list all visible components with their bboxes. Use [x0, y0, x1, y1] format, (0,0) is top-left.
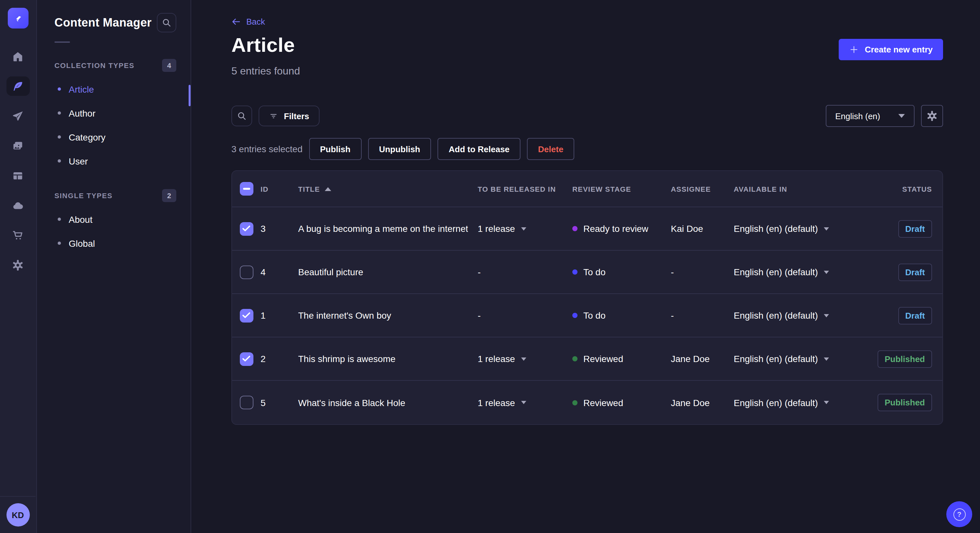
media-library-icon[interactable]: [6, 136, 30, 155]
locale-select[interactable]: English (en): [826, 105, 915, 127]
back-link[interactable]: Back: [231, 17, 265, 27]
table-row[interactable]: 4 Beautiful picture - To do - English (e…: [232, 251, 942, 294]
cell-available-in[interactable]: English (en) (default): [734, 397, 880, 408]
sidebar-item-article[interactable]: Article: [54, 77, 191, 101]
check-icon: [242, 355, 250, 362]
cell-id: 5: [261, 397, 266, 408]
available-in-value: English (en) (default): [734, 224, 818, 234]
cell-released-in[interactable]: 1 release: [478, 354, 572, 364]
content-manager-icon[interactable]: [6, 76, 30, 96]
cell-available-in[interactable]: English (en) (default): [734, 310, 880, 320]
sidebar-section: SINGLE TYPES 2 About Global: [37, 189, 191, 255]
row-checkbox[interactable]: [240, 265, 253, 279]
strapi-logo[interactable]: [8, 8, 29, 29]
cell-released-in[interactable]: -: [478, 310, 572, 320]
cell-available-in[interactable]: English (en) (default): [734, 224, 880, 234]
bullet-icon: [58, 241, 61, 245]
cell-id: 4: [261, 267, 266, 277]
add-to-release-button[interactable]: Add to Release: [438, 138, 520, 160]
stage-dot-icon: [572, 270, 578, 274]
status-badge: Published: [878, 350, 932, 368]
cell-released-in[interactable]: 1 release: [478, 224, 572, 234]
plus-icon: [849, 45, 859, 54]
table-header-row: ID TITLE TO BE RELEASED IN REVIEW STAGE …: [232, 171, 942, 207]
create-new-entry-button[interactable]: Create new entry: [839, 39, 943, 60]
help-button[interactable]: ?: [946, 501, 972, 527]
sort-ascending-icon[interactable]: [325, 187, 331, 191]
row-checkbox[interactable]: [240, 222, 253, 235]
available-in-value: English (en) (default): [734, 310, 818, 320]
releases-icon[interactable]: [6, 106, 30, 125]
gear-icon: [926, 110, 938, 122]
column-header-id[interactable]: ID: [261, 185, 268, 193]
cell-id: 2: [261, 354, 266, 364]
home-icon[interactable]: [6, 47, 30, 66]
settings-icon[interactable]: [6, 255, 30, 274]
status-badge: Published: [878, 394, 932, 411]
sidebar-item-label: About: [69, 214, 92, 224]
row-checkbox[interactable]: [240, 396, 253, 409]
available-in-value: English (en) (default): [734, 267, 818, 277]
chevron-down-icon: [824, 401, 829, 404]
sidebar-item-user[interactable]: User: [54, 149, 191, 173]
sidebar-item-author[interactable]: Author: [54, 101, 191, 125]
list-toolbar: Filters English (en): [231, 105, 943, 127]
filter-icon: [269, 111, 278, 121]
check-icon: [242, 225, 250, 232]
column-header-released-in: TO BE RELEASED IN: [478, 185, 556, 193]
row-checkbox[interactable]: [240, 352, 253, 366]
stage-value: To do: [583, 267, 606, 277]
content-type-builder-icon[interactable]: [6, 166, 30, 185]
chevron-down-icon: [521, 227, 526, 230]
chevron-down-icon: [824, 270, 829, 274]
arrow-left-icon: [231, 17, 241, 27]
release-value: -: [478, 267, 480, 277]
select-all-checkbox[interactable]: [240, 182, 253, 195]
available-in-value: English (en) (default): [734, 354, 818, 364]
selection-bar: 3 entries selected PublishUnpublishAdd t…: [231, 138, 574, 160]
delete-button[interactable]: Delete: [527, 138, 574, 160]
deploy-icon[interactable]: [6, 195, 30, 215]
chevron-down-icon: [898, 114, 905, 118]
sidebar-item-category[interactable]: Category: [54, 125, 191, 149]
indeterminate-dash-icon: [243, 188, 250, 189]
table-row[interactable]: 2 This shrimp is awesome 1 release Revie…: [232, 338, 942, 381]
user-avatar[interactable]: KD: [6, 503, 30, 527]
row-checkbox[interactable]: [240, 309, 253, 322]
strapi-logo-glyph: [12, 12, 25, 25]
unpublish-button[interactable]: Unpublish: [368, 138, 431, 160]
bullet-icon: [58, 135, 61, 139]
column-header-title[interactable]: TITLE: [298, 185, 320, 193]
active-item-indicator: [189, 85, 191, 106]
cell-available-in[interactable]: English (en) (default): [734, 354, 880, 364]
cell-released-in[interactable]: 1 release: [478, 397, 572, 408]
sidebar-item-label: Category: [69, 132, 106, 142]
divider: [54, 41, 70, 43]
stage-value: To do: [583, 310, 606, 320]
marketplace-icon[interactable]: [6, 225, 30, 245]
cell-released-in[interactable]: -: [478, 267, 572, 277]
cell-available-in[interactable]: English (en) (default): [734, 267, 880, 277]
sidebar-item-about[interactable]: About: [54, 207, 191, 231]
publish-button[interactable]: Publish: [309, 138, 361, 160]
release-value: -: [478, 310, 480, 320]
stage-dot-icon: [572, 400, 578, 405]
search-button[interactable]: [231, 106, 252, 126]
table-row[interactable]: 5 What's inside a Black Hole 1 release R…: [232, 381, 942, 424]
sidebar-item-global[interactable]: Global: [54, 231, 191, 255]
filters-button[interactable]: Filters: [259, 106, 320, 126]
entries-count: 5 entries found: [231, 65, 300, 77]
cell-review-stage: To do: [572, 310, 671, 320]
table-row[interactable]: 1 The internet's Own boy - To do - Engli…: [232, 294, 942, 338]
back-label: Back: [246, 17, 265, 27]
sidebar-search-button[interactable]: [157, 13, 176, 32]
stage-dot-icon: [572, 356, 578, 362]
view-settings-button[interactable]: [921, 105, 943, 127]
sidebar-item-label: Author: [69, 108, 95, 118]
cell-title: Beautiful picture: [298, 267, 363, 277]
status-badge: Draft: [898, 307, 932, 324]
cell-assignee: Kai Doe: [671, 224, 703, 234]
search-icon: [237, 111, 247, 121]
check-icon: [242, 312, 250, 319]
table-row[interactable]: 3 A bug is becoming a meme on the intern…: [232, 207, 942, 251]
